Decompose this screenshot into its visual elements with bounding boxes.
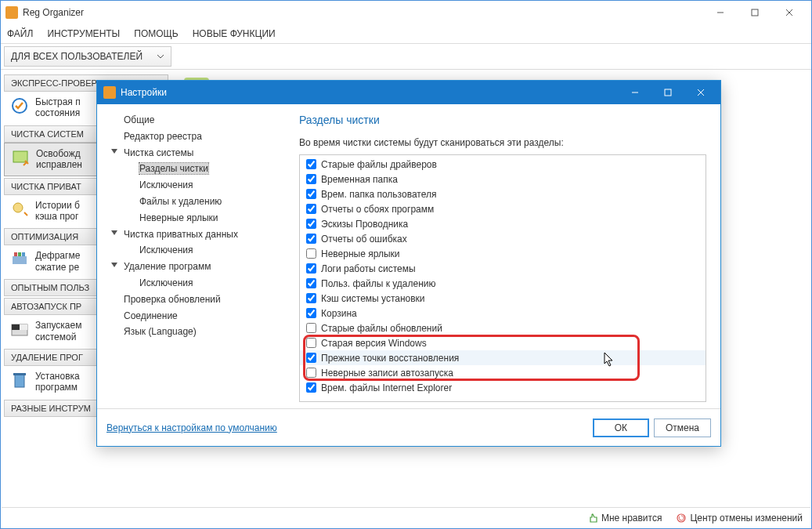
checklist-row-12[interactable]: Старая версия Windows — [300, 335, 706, 350]
checklist-checkbox-4[interactable] — [306, 219, 316, 229]
checklist-checkbox-1[interactable] — [306, 174, 316, 184]
dialog-titlebar[interactable]: Настройки — [97, 81, 720, 104]
tree-item-12[interactable]: Соединение — [102, 308, 287, 324]
sidebar-item-icon — [11, 148, 30, 167]
checklist-label: Логи работы системы — [321, 263, 416, 274]
checklist-row-11[interactable]: Старые файлы обновлений — [300, 321, 706, 335]
user-scope-label: ДЛЯ ВСЕХ ПОЛЬЗОВАТЕЛЕЙ — [11, 51, 143, 62]
like-label: Мне нравится — [601, 513, 662, 524]
tree-item-2[interactable]: Чистка системы — [102, 145, 287, 161]
checklist-row-2[interactable]: Врем. папка пользователя — [300, 187, 706, 201]
sidebar-item-icon — [10, 200, 29, 219]
maximize-button[interactable] — [738, 2, 772, 24]
settings-dialog: Настройки ОбщиеРедактор реестраЧистка си… — [96, 80, 721, 447]
undo-center-label: Центр отмены изменений — [690, 513, 803, 524]
checklist-row-8[interactable]: Польз. файлы к удалению — [300, 276, 706, 291]
tree-item-0[interactable]: Общие — [102, 112, 287, 129]
svg-rect-7 — [13, 256, 27, 264]
reset-defaults-link[interactable]: Вернуться к настройкам по умолчанию — [106, 422, 277, 433]
ok-button[interactable]: ОК — [593, 418, 649, 437]
checklist-row-10[interactable]: Корзина — [300, 306, 706, 321]
tree-item-10[interactable]: Исключения — [102, 275, 287, 292]
tree-item-label: Файлы к удалению — [139, 196, 222, 207]
tree-item-6[interactable]: Неверные ярлыки — [102, 210, 287, 226]
checklist-label: Старые файлы драйверов — [321, 159, 437, 170]
tree-item-label: Чистка приватных данных — [124, 229, 238, 240]
like-button[interactable]: Мне нравится — [587, 513, 662, 524]
checklist-label: Временная папка — [321, 174, 398, 185]
checklist-row-6[interactable]: Неверные ярлыки — [300, 246, 706, 261]
checklist-checkbox-7[interactable] — [306, 263, 316, 274]
checklist-label: Эскизы Проводника — [321, 219, 408, 230]
checklist-row-13[interactable]: Прежние точки восстановления — [300, 350, 706, 365]
checklist-row-1[interactable]: Временная папка — [300, 172, 706, 187]
menu-item-2[interactable]: ПОМОЩЬ — [134, 28, 178, 39]
dialog-minimize-button[interactable] — [619, 82, 651, 103]
svg-rect-15 — [13, 373, 26, 375]
checklist-row-7[interactable]: Логи работы системы — [300, 261, 706, 276]
tree-item-label: Удаление программ — [124, 261, 211, 272]
svg-rect-8 — [14, 252, 17, 256]
checklist-checkbox-11[interactable] — [306, 323, 316, 333]
settings-content: Разделы чистки Во время чистки системы б… — [291, 104, 720, 408]
app-title: Reg Organizer — [23, 7, 703, 18]
tree-item-9[interactable]: Удаление программ — [102, 259, 287, 275]
dialog-maximize-button[interactable] — [651, 82, 684, 103]
checklist-row-3[interactable]: Отчеты о сбоях программ — [300, 201, 706, 216]
checklist[interactable]: Старые файлы драйверовВременная папкаВре… — [300, 155, 706, 401]
undo-center-button[interactable]: Центр отмены изменений — [676, 513, 803, 524]
sidebar-item-icon — [10, 250, 29, 269]
tree-item-3[interactable]: Разделы чистки — [102, 161, 287, 177]
menu-item-0[interactable]: ФАЙЛ — [7, 28, 33, 39]
tree-item-8[interactable]: Исключения — [102, 242, 287, 259]
svg-rect-9 — [18, 252, 21, 256]
svg-rect-10 — [22, 252, 25, 256]
sidebar-item-label: Установкапрограмм — [35, 371, 80, 393]
checklist-checkbox-0[interactable] — [306, 159, 316, 169]
checklist-checkbox-13[interactable] — [306, 353, 316, 363]
checklist-label: Отчеты об ошибках — [321, 234, 407, 245]
user-scope-dropdown[interactable]: ДЛЯ ВСЕХ ПОЛЬЗОВАТЕЛЕЙ — [4, 46, 171, 67]
checklist-checkbox-10[interactable] — [306, 308, 316, 318]
minimize-button[interactable] — [703, 2, 738, 24]
checklist-row-0[interactable]: Старые файлы драйверов — [300, 157, 706, 172]
checklist-row-5[interactable]: Отчеты об ошибках — [300, 231, 706, 246]
checklist-checkbox-5[interactable] — [306, 234, 316, 244]
main-titlebar: Reg Organizer — [1, 1, 811, 24]
close-button[interactable] — [772, 2, 807, 24]
tree-item-label: Соединение — [124, 310, 178, 321]
checklist-label: Неверные ярлыки — [321, 248, 400, 259]
sidebar-item-icon — [10, 96, 29, 115]
checklist-checkbox-3[interactable] — [306, 204, 316, 214]
panel-title: Разделы чистки — [299, 114, 706, 126]
checklist-checkbox-15[interactable] — [306, 382, 316, 393]
tree-item-label: Исключения — [139, 277, 193, 288]
checklist-checkbox-6[interactable] — [306, 248, 316, 259]
checklist-row-15[interactable]: Врем. файлы Internet Explorer — [300, 380, 706, 395]
checklist-checkbox-14[interactable] — [306, 368, 316, 378]
sidebar-item-label: Запускаемсистемой — [35, 320, 81, 342]
sidebar-item-label: Быстрая псостояния — [35, 96, 81, 119]
dialog-footer: Вернуться к настройкам по умолчанию ОК О… — [97, 408, 720, 446]
svg-rect-13 — [20, 324, 27, 330]
tree-item-label: Неверные ярлыки — [139, 212, 218, 223]
tree-item-7[interactable]: Чистка приватных данных — [102, 226, 287, 243]
tree-item-4[interactable]: Исключения — [102, 177, 287, 194]
tree-item-1[interactable]: Редактор реестра — [102, 129, 287, 145]
dialog-close-button[interactable] — [684, 82, 717, 103]
checklist-row-14[interactable]: Неверные записи автозапуска — [300, 365, 706, 380]
svg-rect-14 — [15, 375, 24, 387]
checklist-row-4[interactable]: Эскизы Проводника — [300, 216, 706, 231]
sidebar-item-label: Истории бкэша прог — [35, 200, 80, 223]
checklist-checkbox-8[interactable] — [306, 278, 316, 288]
cancel-button[interactable]: Отмена — [654, 418, 711, 437]
tree-item-5[interactable]: Файлы к удалению — [102, 194, 287, 210]
checklist-checkbox-9[interactable] — [306, 293, 316, 303]
tree-item-13[interactable]: Язык (Language) — [102, 324, 287, 340]
tree-item-11[interactable]: Проверка обновлений — [102, 292, 287, 308]
menu-item-3[interactable]: НОВЫЕ ФУНКЦИИ — [193, 28, 276, 39]
checklist-checkbox-2[interactable] — [306, 189, 316, 199]
checklist-row-9[interactable]: Кэш системы установки — [300, 291, 706, 306]
checklist-checkbox-12[interactable] — [306, 338, 316, 348]
menu-item-1[interactable]: ИНСТРУМЕНТЫ — [47, 28, 120, 39]
